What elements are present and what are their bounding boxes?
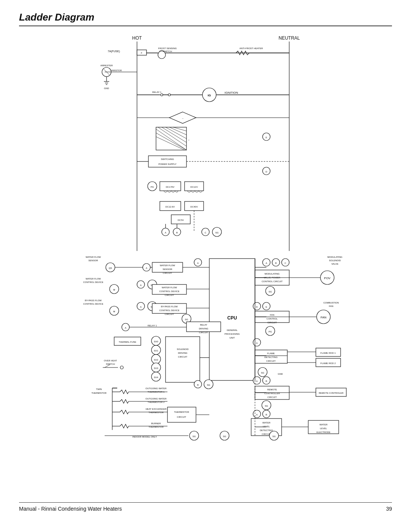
svg-text:SWITCH: SWITCH [106, 363, 115, 365]
svg-text:CIRCUIT: CIRCUIT [199, 331, 209, 334]
svg-text:M: M [113, 310, 115, 313]
svg-text:C: C [285, 262, 287, 264]
svg-text:DC170V: DC170V [166, 186, 175, 188]
svg-text:SG: SG [261, 372, 264, 374]
svg-text:IG: IG [208, 94, 211, 97]
gnd2-label: GND [278, 373, 283, 375]
msv-label: MODULATING [327, 256, 342, 258]
svg-text:CIRCUIT: CIRCUIT [165, 313, 174, 315]
svg-text:SG: SG [269, 291, 272, 293]
switching-ps-label: SWITCHING [161, 158, 174, 160]
svg-text:WATER FLOW: WATER FLOW [162, 286, 177, 289]
svg-text:CIRCUIT: CIRCUIT [165, 294, 174, 296]
svg-rect-159 [167, 407, 196, 422]
het-label: HEAT EXCHANGER [145, 408, 167, 410]
svg-text:PG: PG [269, 331, 272, 333]
svg-text:CIRCUIT: CIRCUIT [178, 356, 188, 358]
svg-text:THERMISTOR: THERMISTOR [148, 411, 164, 414]
svg-text:CONTROL DEVICE: CONTROL DEVICE [159, 290, 179, 292]
svg-text:LEVEL: LEVEL [263, 425, 270, 428]
flame-rod1-label: FLAME ROD 1 [320, 352, 336, 354]
cpu-label: CPU [227, 315, 237, 321]
svg-text:VALVE: VALVE [331, 263, 338, 265]
remote-controller-label: REMOTE CONTROLER [319, 392, 344, 394]
svg-point-21 [168, 94, 170, 96]
svg-text:DC40V: DC40V [190, 206, 198, 208]
overheat-label: OVER HEAT [104, 359, 117, 362]
svg-text:PROCESSING: PROCESSING [225, 333, 240, 335]
fuse-label: 7A(FUSE) [108, 50, 120, 53]
svg-text:SOLENOID: SOLENOID [177, 348, 189, 350]
svg-text:WATER: WATER [320, 423, 328, 426]
svg-point-20 [161, 94, 163, 96]
svg-text:CONTROL DEVICE: CONTROL DEVICE [83, 281, 103, 283]
svg-text:CIRCUIT: CIRCUIT [268, 321, 277, 324]
footer-manual-title: Manual - Rinnai Condensing Water Heaters [19, 506, 122, 512]
frost-sensing-label: FROST SENSING [158, 47, 177, 50]
anti-frost-label: ANTI-FROST HEATER [239, 47, 263, 50]
svg-rect-32 [156, 127, 186, 150]
svg-text:A: A [197, 262, 199, 264]
svg-text:M: M [113, 289, 115, 291]
svg-text:CONTROL DEVICE: CONTROL DEVICE [83, 303, 103, 305]
svg-text:DETECTING: DETECTING [260, 429, 273, 431]
gnd-label: GND [104, 87, 109, 89]
svg-text:A: A [256, 342, 258, 344]
svg-text:A: A [266, 262, 267, 264]
svg-text:FAN: FAN [329, 305, 333, 307]
svg-text:DC5V: DC5V [178, 219, 184, 221]
svg-rect-95 [152, 284, 186, 294]
svg-text:A: A [146, 267, 147, 269]
svg-text:WATER: WATER [263, 422, 271, 424]
svg-text:A: A [125, 327, 126, 329]
svg-text:CONTROL: CONTROL [266, 318, 278, 320]
svg-text:UNIT: UNIT [229, 337, 235, 339]
svg-text:CIRCUIT: CIRCUIT [163, 272, 172, 274]
svg-text:QS: QS [109, 267, 112, 269]
svg-text:A: A [140, 306, 142, 308]
wfcd-label: WATER FLOW [86, 278, 101, 280]
svg-text:CIRCUIT: CIRCUIT [177, 416, 186, 418]
svg-text:FAN: FAN [320, 316, 327, 319]
footer-page-number: 39 [386, 506, 392, 512]
relay1-label: RELAY 1 [152, 91, 162, 93]
svg-text:D: D [266, 171, 268, 173]
svg-text:LEVEL: LEVEL [320, 427, 327, 430]
svg-text:SENSOR: SENSOR [162, 268, 172, 270]
svg-text:SENSOR: SENSOR [88, 259, 98, 262]
varistor1-label: VARISTOR [110, 69, 122, 72]
svg-text:FLAME: FLAME [267, 352, 275, 355]
svg-text:SOLENOID: SOLENOID [329, 259, 341, 262]
water-flow-sensor-label: WATER FLOW [86, 256, 101, 258]
svg-text:SV4: SV4 [154, 376, 158, 379]
svg-text:DETECTING: DETECTING [264, 356, 278, 358]
diagram-svg: .lbl { font-family: Arial, sans-serif; f… [23, 30, 388, 498]
diagram-area: .lbl { font-family: Arial, sans-serif; f… [19, 30, 392, 498]
svg-text:F: F [141, 52, 142, 54]
svg-text:SV2: SV2 [154, 359, 158, 361]
svg-text:DRIVING: DRIVING [199, 328, 208, 330]
page-footer: Manual - Rinnai Condensing Water Heaters… [19, 502, 392, 512]
svg-text:CONTROL DEVICE: CONTROL DEVICE [159, 309, 179, 312]
svg-text:ELECTRODE: ELECTRODE [317, 431, 331, 433]
svg-rect-42 [148, 156, 186, 167]
ladder-diagram-svg: .lbl { font-family: Arial, sans-serif; f… [23, 30, 388, 498]
svg-text:E: E [266, 136, 267, 139]
svg-text:SV3: SV3 [154, 367, 158, 369]
svg-text:SG: SG [207, 384, 210, 386]
svg-text:RELAY: RELAY [200, 324, 207, 326]
svg-text:SG: SG [185, 318, 188, 321]
page-title: Ladder Diagram [19, 11, 392, 26]
svg-text:B: B [275, 262, 277, 264]
svg-point-7 [158, 51, 166, 59]
svg-text:DC12V: DC12V [190, 186, 198, 188]
svg-rect-81 [152, 262, 183, 272]
svg-text:PG: PG [151, 186, 154, 188]
bpfcd-label: BY-PASS FLOW [85, 299, 102, 302]
combustion-fan-label: COMBUSTION [323, 302, 339, 304]
svg-rect-137 [166, 337, 200, 382]
svg-text:SV0: SV0 [154, 340, 158, 343]
svg-text:CIRCUIT: CIRCUIT [266, 360, 276, 362]
neutral-label: NEUTRAL [279, 35, 300, 41]
svg-text:A: A [165, 232, 166, 234]
